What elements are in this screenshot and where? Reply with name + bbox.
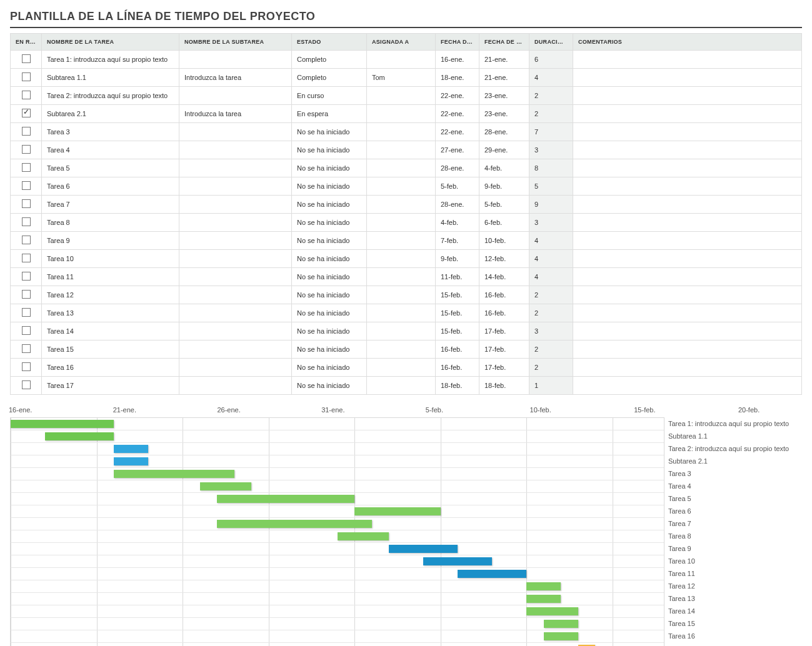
- end-cell[interactable]: 12-feb.: [479, 250, 529, 268]
- duration-cell[interactable]: 4: [529, 69, 573, 87]
- start-cell[interactable]: 22-ene.: [436, 123, 479, 141]
- comments-cell[interactable]: [573, 51, 802, 69]
- subtask-cell[interactable]: [179, 286, 292, 304]
- assigned-cell[interactable]: [367, 286, 436, 304]
- start-cell[interactable]: 9-feb.: [436, 250, 479, 268]
- duration-cell[interactable]: 1: [529, 377, 573, 395]
- risk-cell[interactable]: [11, 214, 42, 232]
- duration-cell[interactable]: 7: [529, 123, 573, 141]
- risk-checkbox[interactable]: [22, 272, 31, 281]
- assigned-cell[interactable]: [367, 322, 436, 340]
- end-cell[interactable]: 28-ene.: [479, 123, 529, 141]
- status-cell[interactable]: No se ha iniciado: [292, 268, 367, 286]
- subtask-cell[interactable]: [179, 232, 292, 250]
- status-cell[interactable]: No se ha iniciado: [292, 177, 367, 196]
- task-cell[interactable]: Tarea 5: [42, 159, 179, 177]
- end-cell[interactable]: 16-feb.: [479, 304, 529, 322]
- start-cell[interactable]: 28-ene.: [436, 159, 479, 177]
- risk-checkbox[interactable]: [22, 217, 31, 226]
- risk-cell[interactable]: [11, 359, 42, 377]
- task-cell[interactable]: Tarea 1: introduzca aquí su propio texto: [42, 51, 179, 69]
- duration-cell[interactable]: 8: [529, 159, 573, 177]
- assigned-cell[interactable]: Tom: [367, 69, 436, 87]
- start-cell[interactable]: 16-ene.: [436, 51, 479, 69]
- duration-cell[interactable]: 2: [529, 340, 573, 359]
- risk-cell[interactable]: [11, 268, 42, 286]
- task-cell[interactable]: Tarea 8: [42, 214, 179, 232]
- assigned-cell[interactable]: [367, 177, 436, 196]
- risk-checkbox[interactable]: [22, 236, 31, 244]
- task-cell[interactable]: Tarea 14: [42, 322, 179, 340]
- risk-checkbox[interactable]: [22, 362, 31, 371]
- status-cell[interactable]: No se ha iniciado: [292, 250, 367, 268]
- start-cell[interactable]: 15-feb.: [436, 304, 479, 322]
- subtask-cell[interactable]: [179, 268, 292, 286]
- task-cell[interactable]: Tarea 2: introduzca aquí su propio texto: [42, 87, 179, 105]
- start-cell[interactable]: 16-feb.: [436, 340, 479, 359]
- subtask-cell[interactable]: [179, 377, 292, 395]
- risk-cell[interactable]: [11, 105, 42, 123]
- task-cell[interactable]: Tarea 16: [42, 359, 179, 377]
- subtask-cell[interactable]: [179, 177, 292, 196]
- task-cell[interactable]: Tarea 10: [42, 250, 179, 268]
- task-cell[interactable]: Tarea 6: [42, 177, 179, 196]
- task-cell[interactable]: Tarea 11: [42, 268, 179, 286]
- status-cell[interactable]: No se ha iniciado: [292, 214, 367, 232]
- subtask-cell[interactable]: [179, 196, 292, 214]
- subtask-cell[interactable]: [179, 322, 292, 340]
- task-cell[interactable]: Subtarea 1.1: [42, 69, 179, 87]
- risk-cell[interactable]: [11, 196, 42, 214]
- status-cell[interactable]: Completo: [292, 69, 367, 87]
- risk-checkbox[interactable]: [22, 326, 31, 335]
- risk-cell[interactable]: [11, 250, 42, 268]
- status-cell[interactable]: En espera: [292, 105, 367, 123]
- duration-cell[interactable]: 4: [529, 232, 573, 250]
- risk-cell[interactable]: [11, 286, 42, 304]
- assigned-cell[interactable]: [367, 214, 436, 232]
- duration-cell[interactable]: 3: [529, 214, 573, 232]
- comments-cell[interactable]: [573, 177, 802, 196]
- task-cell[interactable]: Tarea 13: [42, 304, 179, 322]
- status-cell[interactable]: En curso: [292, 87, 367, 105]
- risk-checkbox[interactable]: [22, 290, 31, 299]
- subtask-cell[interactable]: [179, 159, 292, 177]
- duration-cell[interactable]: 2: [529, 304, 573, 322]
- subtask-cell[interactable]: Introduzca la tarea: [179, 69, 292, 87]
- comments-cell[interactable]: [573, 340, 802, 359]
- risk-checkbox[interactable]: [22, 72, 31, 81]
- assigned-cell[interactable]: [367, 105, 436, 123]
- start-cell[interactable]: 22-ene.: [436, 105, 479, 123]
- assigned-cell[interactable]: [367, 250, 436, 268]
- status-cell[interactable]: No se ha iniciado: [292, 196, 367, 214]
- risk-cell[interactable]: [11, 87, 42, 105]
- risk-cell[interactable]: [11, 177, 42, 196]
- assigned-cell[interactable]: [367, 340, 436, 359]
- assigned-cell[interactable]: [367, 159, 436, 177]
- risk-checkbox[interactable]: [22, 181, 31, 190]
- duration-cell[interactable]: 9: [529, 196, 573, 214]
- start-cell[interactable]: 4-feb.: [436, 214, 479, 232]
- risk-cell[interactable]: [11, 123, 42, 141]
- status-cell[interactable]: No se ha iniciado: [292, 304, 367, 322]
- duration-cell[interactable]: 2: [529, 87, 573, 105]
- subtask-cell[interactable]: [179, 250, 292, 268]
- risk-checkbox[interactable]: [22, 344, 31, 353]
- start-cell[interactable]: 7-feb.: [436, 232, 479, 250]
- start-cell[interactable]: 18-feb.: [436, 377, 479, 395]
- task-cell[interactable]: Tarea 12: [42, 286, 179, 304]
- subtask-cell[interactable]: [179, 87, 292, 105]
- subtask-cell[interactable]: [179, 340, 292, 359]
- end-cell[interactable]: 16-feb.: [479, 286, 529, 304]
- duration-cell[interactable]: 2: [529, 359, 573, 377]
- end-cell[interactable]: 9-feb.: [479, 177, 529, 196]
- start-cell[interactable]: 11-feb.: [436, 268, 479, 286]
- comments-cell[interactable]: [573, 377, 802, 395]
- task-cell[interactable]: Tarea 17: [42, 377, 179, 395]
- status-cell[interactable]: Completo: [292, 51, 367, 69]
- risk-checkbox[interactable]: [22, 163, 31, 172]
- task-cell[interactable]: Tarea 15: [42, 340, 179, 359]
- end-cell[interactable]: 4-feb.: [479, 159, 529, 177]
- end-cell[interactable]: 17-feb.: [479, 359, 529, 377]
- duration-cell[interactable]: 5: [529, 177, 573, 196]
- comments-cell[interactable]: [573, 322, 802, 340]
